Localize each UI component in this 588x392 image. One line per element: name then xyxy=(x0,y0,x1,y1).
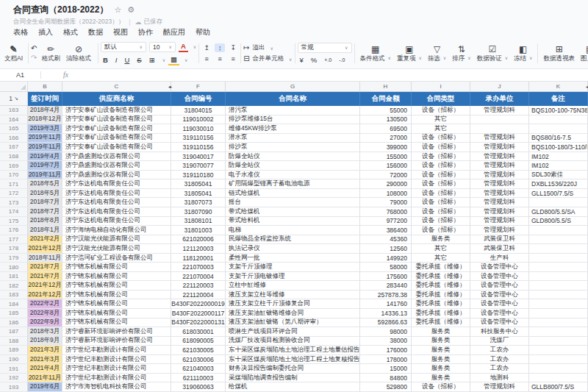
cell-remark[interactable] xyxy=(529,309,588,318)
cell-contract-no[interactable]: 621030005 xyxy=(171,346,226,355)
cell-contract-name[interactable]: 民爆物品全程监控系统 xyxy=(226,235,360,245)
gear-icon[interactable]: ⚙ xyxy=(127,6,135,14)
number-format-select[interactable]: 常规 ∨ xyxy=(298,43,352,53)
filter-button[interactable]: ▽ 筛选∨ xyxy=(425,40,449,67)
menu-format[interactable]: 格式 xyxy=(63,27,78,38)
cell-unit[interactable]: 管理规划科 xyxy=(470,143,529,152)
row-number[interactable]: 193 xyxy=(0,382,28,392)
cell-contract-no[interactable]: 319070077 xyxy=(171,161,226,171)
cell-contract-name[interactable]: 支架千斤顶电镀修理 xyxy=(226,272,360,282)
row-number[interactable]: 178 xyxy=(0,244,28,254)
cell-unit[interactable]: 设备管理中心 xyxy=(470,318,529,328)
cell-supplier[interactable]: 济宁安泰矿山设备制造有限公司 xyxy=(62,106,171,115)
row-number[interactable]: 180 xyxy=(0,263,28,272)
cell-contract-name[interactable]: 防爆全站仪 xyxy=(226,161,360,171)
cell-contract-type[interactable]: 服务类 xyxy=(412,346,470,355)
cell-unit[interactable]: 管理规划科 xyxy=(470,106,529,115)
cell-contract-type[interactable]: 委托承揽（维修） xyxy=(412,272,470,282)
cell-amount[interactable]: 176000 xyxy=(360,346,412,355)
cell-contract-no[interactable]: 119010002 xyxy=(171,115,226,125)
hidden-columns-icon[interactable]: ◂▸ xyxy=(168,84,171,89)
cell-contract-no[interactable]: B430F2022000131 xyxy=(171,318,226,328)
cell-amount[interactable]: 45360 xyxy=(360,235,412,245)
row-number[interactable]: 181 xyxy=(0,272,28,282)
row-number[interactable]: 167 xyxy=(0,143,28,152)
cell-supplier[interactable]: 济宁锦东机械有限公司 xyxy=(62,309,171,318)
cell-contract-name[interactable]: 带式给料机 xyxy=(226,217,360,227)
column-header-J[interactable]: J xyxy=(470,82,529,91)
row-number[interactable]: 184 xyxy=(0,299,28,309)
cell-signing-date[interactable]: 2021年11月 xyxy=(28,374,62,383)
cell-supplier[interactable]: 济宁汉能光伏能源有限公司 xyxy=(62,235,171,245)
cell-contract-name[interactable]: 排沙泵维修15台 xyxy=(226,115,360,125)
cell-supplier[interactable]: 济宁睿新环境影响评价有限公司 xyxy=(62,327,171,337)
cell-unit[interactable]: 管理规划科 xyxy=(470,171,529,180)
overflow-button[interactable]: ↦ 溢出 ∨ xyxy=(243,43,292,52)
cell-remark[interactable] xyxy=(529,244,588,254)
cell-contract-no[interactable]: 31807090 xyxy=(171,207,226,217)
row-number[interactable]: 185 xyxy=(0,309,28,318)
cell-amount[interactable]: 55000 xyxy=(360,106,412,115)
cell-unit[interactable]: 设备管理中心 xyxy=(470,263,529,272)
cell-amount[interactable]: 84800 xyxy=(360,374,412,383)
header-unit[interactable]: 承办单位 xyxy=(470,92,529,106)
cell-supplier[interactable]: 济宁锦东机械有限公司 xyxy=(62,299,171,309)
menu-help[interactable]: 帮助 xyxy=(196,27,210,38)
cell-contract-name[interactable]: 防爆全站仪 xyxy=(226,152,360,162)
row-number[interactable]: 165 xyxy=(0,124,28,134)
cell-contract-no[interactable]: 31801003 xyxy=(171,226,226,235)
increase-decimal-button[interactable]: +.0 xyxy=(322,55,334,65)
cell-supplier[interactable]: 济宁东达机电有限责任公司 xyxy=(62,217,171,227)
cell-unit[interactable]: 洗煤厂 xyxy=(470,337,529,346)
undo-icon[interactable]: ↶ xyxy=(31,45,37,52)
cell-contract-name[interactable]: 排沙泵 xyxy=(226,143,360,152)
cell-supplier[interactable]: 济宁锦东机械有限公司 xyxy=(62,263,171,272)
cell-amount[interactable]: 98000 xyxy=(360,327,412,337)
cell-unit[interactable]: 生产科 xyxy=(470,254,529,263)
borders-button[interactable]: ⊞ xyxy=(147,55,157,65)
italic-button[interactable]: I xyxy=(113,55,120,65)
row-number[interactable]: 191 xyxy=(0,364,28,374)
header-remark[interactable]: 备注 xyxy=(529,92,588,106)
row-number[interactable]: 188 xyxy=(0,337,28,346)
cell-remark[interactable] xyxy=(529,124,588,134)
cell-supplier[interactable]: 济宁睿新环境影响评价有限公司 xyxy=(62,337,171,346)
cell-amount[interactable]: 178000 xyxy=(360,355,412,365)
name-box[interactable]: A1 xyxy=(0,71,40,79)
cell-amount[interactable]: 175600 xyxy=(360,272,412,282)
cell-signing-date[interactable]: 2021年12月 xyxy=(28,291,62,300)
redo-icon[interactable]: ↷ xyxy=(31,54,37,62)
cell-contract-no[interactable]: 118120001 xyxy=(171,254,226,263)
cell-signing-date[interactable]: 2021年4月 xyxy=(28,364,62,374)
row-number[interactable]: 183 xyxy=(0,291,28,300)
cell-contract-no[interactable]: 319110180 xyxy=(171,171,226,180)
cell-unit[interactable] xyxy=(470,124,529,134)
cell-amount[interactable]: 386400 xyxy=(360,226,412,235)
cell-unit[interactable]: 设备管理中心 xyxy=(470,291,529,300)
row-number[interactable]: 177 xyxy=(0,235,28,245)
cell-supplier[interactable]: 济宁锦东机械有限公司 xyxy=(62,291,171,300)
cell-contract-no[interactable]: B430F2022000117 xyxy=(171,309,226,318)
cell-contract-type[interactable]: 设备（招标） xyxy=(412,134,470,143)
cell-contract-name[interactable]: 维修45KW排沙泵 xyxy=(226,124,360,134)
cell-contract-name[interactable]: 液压支架油缸镀铬维修合同 xyxy=(226,309,360,318)
row-number[interactable]: 175 xyxy=(0,217,28,227)
cell-contract-type[interactable]: 其它 xyxy=(412,115,470,125)
cell-supplier[interactable]: 济宁市海智机电科技有限公司 xyxy=(62,382,171,392)
cell-contract-no[interactable]: 319110156 xyxy=(171,134,226,143)
cell-amount[interactable]: 592866.63 xyxy=(360,318,412,328)
image-button[interactable]: ▤ 图片∨ xyxy=(578,40,588,67)
sort-button[interactable]: ⇅ 排序∨ xyxy=(449,40,473,67)
header-contract-no[interactable]: 合同编号 xyxy=(171,92,226,106)
cell-signing-date[interactable]: 2021年3月 xyxy=(28,355,62,365)
cell-contract-no[interactable]: 621110003 xyxy=(171,374,226,383)
cell-contract-name[interactable]: 洗煤厂技改项目检测验收合同 xyxy=(226,337,360,346)
cell-remark[interactable]: IM102 xyxy=(529,161,588,171)
cell-contract-type[interactable]: 服务类 xyxy=(412,235,470,245)
cell-amount[interactable]: 768000 xyxy=(360,207,412,217)
menu-table[interactable]: 表格 xyxy=(13,27,28,38)
cell-supplier[interactable]: 济宁世纪丰勘测设计有限公司 xyxy=(62,364,171,374)
column-header-H[interactable]: H xyxy=(360,82,412,91)
align-left-icon[interactable]: ≡ xyxy=(201,54,212,63)
cell-remark[interactable]: GLLB800/7.5/S xyxy=(529,382,588,392)
